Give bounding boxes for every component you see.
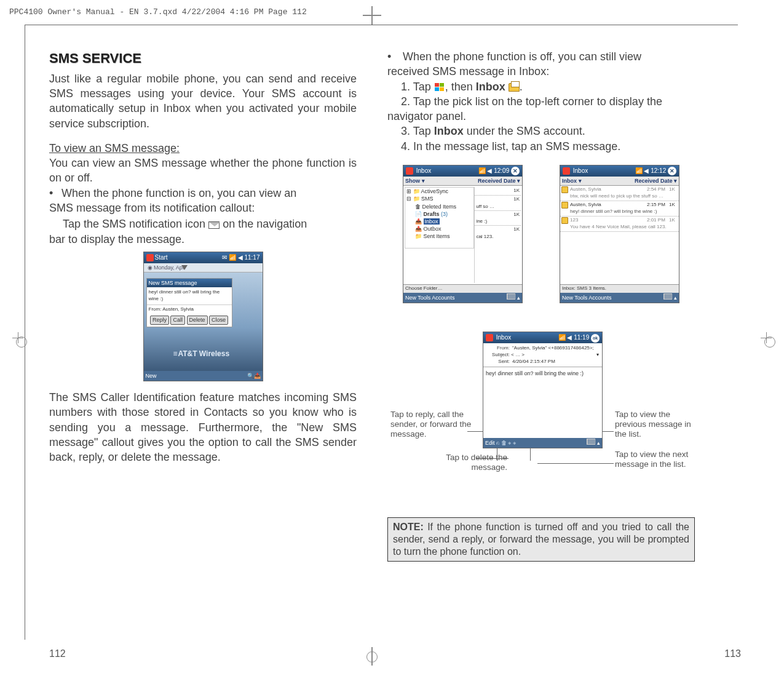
print-header: PPC4100 Owner's Manual - EN 3.7.qxd 4/22… (9, 7, 307, 17)
annot-prev: Tap to view the previous message in the … (615, 410, 701, 440)
annot-reply: Tap to reply, call the sender, or forwar… (390, 410, 477, 440)
popup-from: From: Austen, Sylvia (147, 305, 232, 314)
screenshot-inbox-list: Inbox 📶 ◀ 12:12 ✕ Inbox ▾ Received Date … (560, 165, 679, 303)
msg-row-3[interactable]: 1232:01 PM1K You have 4 New Voice Mail, … (560, 217, 679, 232)
mail-icon (561, 202, 568, 209)
ss2-foot-left[interactable]: New Tools Accounts (405, 293, 454, 303)
sms-notification-icon (208, 221, 220, 229)
screenshot-inbox-tree: Inbox 📶 ◀ 12:09 ✕ Show ▾ Received Date ▾… (403, 165, 523, 303)
popup-delete-button[interactable]: Delete (187, 316, 208, 324)
popup-close-button[interactable]: Close (209, 316, 228, 324)
crop-mark-right (761, 332, 772, 343)
next-message-icon[interactable]: ◈ (513, 440, 516, 446)
expand-icon[interactable]: ▾ (596, 352, 599, 359)
ss4-edit[interactable]: Edit (485, 440, 495, 446)
ss1-title-left: Start (155, 254, 168, 261)
ss1-time: 11:17 (244, 254, 259, 261)
keyboard-icon[interactable] (587, 439, 595, 445)
tree-right-column: 1K 1K uff so … 1K ine :) 1K cal 123. (474, 187, 521, 283)
callout-arrow-icon (175, 265, 194, 270)
ss2-footbar: New Tools Accounts ▴ (403, 293, 522, 303)
ss2-body: ⊞ 📁 ActiveSync ⊟ 📁 SMS 🗑 Deleted Items 📄… (403, 186, 522, 284)
msg-row-1[interactable]: Austen, Sylvia2:54 PM1K btw, nick will n… (560, 186, 679, 201)
start-flag-icon (563, 167, 570, 175)
step-4: 4. In the message list, tap an SMS messa… (401, 139, 695, 154)
bullet-phone-off: • When the phone function is off, you ca… (387, 49, 695, 79)
bullet-phone-on-a: When the phone function is on, you can v… (61, 187, 296, 199)
tap-line-a: Tap the SMS notification icon (63, 218, 205, 230)
keyboard-icon[interactable] (507, 293, 515, 300)
message-detail-with-annotations: Tap to reply, call the sender, or forwar… (387, 327, 695, 499)
note-box: NOTE: If the phone function is turned of… (387, 517, 695, 562)
step-1: 1. Tap , then Inbox . (401, 79, 695, 94)
step-2: 2. Tap the pick list on the top-left cor… (387, 94, 695, 124)
crop-mark-top (363, 6, 381, 25)
note-body: If the phone function is turned off and … (393, 522, 689, 557)
sms-service-heading: SMS SERVICE (49, 49, 357, 68)
ok-icon[interactable]: ok (591, 334, 600, 343)
ss3-footbar: New Tools Accounts ▴ (560, 293, 679, 303)
annot-delete: Tap to delete the message. (421, 453, 507, 472)
inbox-folder-selected[interactable]: Inbox (424, 218, 440, 225)
view-sms-p1: You can view an SMS message whether the … (49, 156, 357, 186)
ss2-received[interactable]: Received Date ▾ (478, 177, 520, 185)
msg-row-2[interactable]: Austen, Sylvia2:15 PM1K hey! dinner stil… (560, 201, 679, 217)
windows-start-icon (434, 82, 445, 92)
step3-inbox: Inbox (434, 125, 464, 137)
ss2-show[interactable]: Show ▾ (405, 177, 425, 185)
ss3-body[interactable]: Austen, Sylvia2:54 PM1K btw, nick will n… (560, 186, 679, 284)
ss2-status: Choose Folder… (403, 284, 522, 293)
left-page: SMS SERVICE Just like a regular mobile p… (49, 49, 357, 464)
intro-paragraph: Just like a regular mobile phone, you ca… (49, 71, 357, 131)
ss2-subbar: Show ▾ Received Date ▾ (403, 177, 522, 186)
close-icon[interactable]: ✕ (668, 167, 676, 175)
ss1-under-date: ◉ Monday, Apr (144, 263, 263, 272)
tap-line-c: bar to display the message. (49, 233, 184, 245)
crop-mark-bottom (363, 647, 381, 666)
ss3-inbox-picker[interactable]: Inbox ▾ (562, 177, 582, 185)
annot-line (537, 463, 614, 464)
popup-reply-button[interactable]: Reply (150, 316, 169, 324)
screenshot-message-detail: Inbox 📶 ◀ 11:19 ok From:"Austen, Sylvia"… (483, 332, 603, 448)
tap-notification-line: Tap the SMS notification icon on the nav… (49, 217, 357, 247)
bullet-off-b: received SMS message in Inbox: (387, 65, 549, 78)
screenshot-start-sms-callout: Start ✉ 📶 ◀ 11:17 ◉ Monday, Apr New SMS … (143, 252, 263, 381)
note-label: NOTE: (393, 522, 424, 532)
bullet-off-a: When the phone function is off, you can … (403, 50, 641, 63)
popup-body-text: hey! dinner still on? will bring the win… (147, 287, 232, 305)
keyboard-icon[interactable] (663, 293, 672, 300)
popup-call-button[interactable]: Call (170, 316, 185, 324)
ss4-body: hey! dinner still on? will bring the win… (483, 367, 602, 438)
popup-title: New SMS message (147, 279, 232, 287)
ss1-foot-new[interactable]: New (146, 371, 157, 381)
ss1-titlebar: Start ✉ 📶 ◀ 11:17 (144, 252, 263, 263)
start-flag-icon (486, 334, 493, 341)
ss4-footbar: Edit ⎌ 🗑 ◈ ◈ ▴ (483, 438, 602, 448)
ss3-foot-left[interactable]: New Tools Accounts (562, 293, 611, 303)
annot-line (477, 458, 509, 459)
ss3-received[interactable]: Received Date ▾ (635, 177, 677, 185)
inbox-screenshots-pair: Inbox 📶 ◀ 12:09 ✕ Show ▾ Received Date ▾… (387, 160, 695, 312)
close-icon[interactable]: ✕ (511, 167, 520, 175)
att-wireless-logo: ≡ AT&T Wireless (173, 349, 230, 359)
ss4-titlebar: Inbox 📶 ◀ 11:19 ok (483, 332, 602, 343)
ss4-header-fields: From:"Austen, Sylvia" <+8869317486425>; … (483, 343, 602, 367)
new-sms-popup: New SMS message hey! dinner still on? wi… (146, 278, 232, 327)
page-number-right: 113 (724, 648, 741, 659)
mail-icon (561, 186, 568, 193)
caller-id-paragraph: The SMS Caller Identification feature ma… (49, 390, 357, 464)
prev-message-icon[interactable]: ◈ (508, 440, 511, 446)
ss3-titlebar: Inbox 📶 ◀ 12:12 ✕ (560, 165, 679, 177)
view-sms-heading: To view an SMS message: (49, 141, 357, 156)
ss1-body: ◉ Monday, Apr New SMS message hey! dinne… (144, 263, 263, 371)
delete-icon[interactable]: 🗑 (501, 440, 507, 446)
bullet-phone-on: • When the phone function is on, you can… (49, 186, 357, 216)
step1-inbox: Inbox (476, 81, 505, 93)
step-3: 3. Tap Inbox under the SMS account. (401, 124, 695, 138)
annot-next: Tap to view the next message in the list… (615, 450, 701, 469)
reply-icon[interactable]: ⎌ (496, 440, 499, 446)
ss3-subbar: Inbox ▾ Received Date ▾ (560, 177, 679, 186)
folder-tree[interactable]: ⊞ 📁 ActiveSync ⊟ 📁 SMS 🗑 Deleted Items 📄… (405, 187, 474, 249)
bullet-phone-on-b: SMS message from its notification callou… (49, 202, 255, 214)
inbox-icon (509, 83, 520, 92)
